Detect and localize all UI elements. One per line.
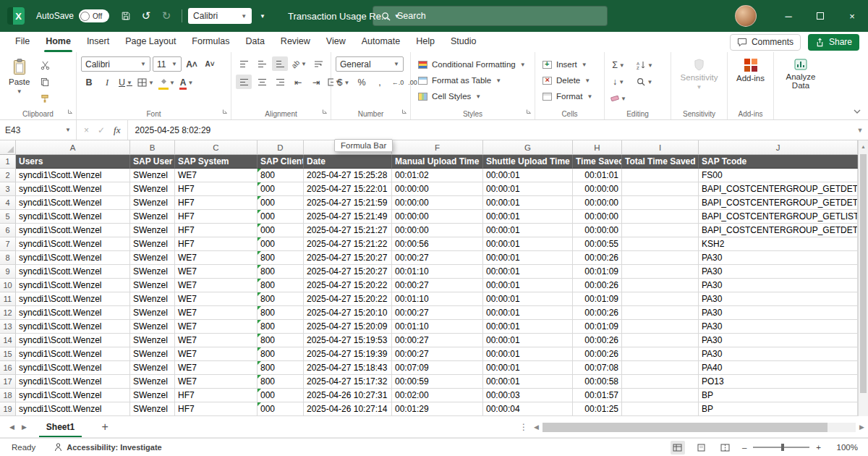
cell-B1[interactable]: SAP User [130,155,175,169]
cell-A3[interactable]: syncdi1\Scott.Wenzel [16,182,130,196]
row-header-14[interactable]: 14 [0,334,16,347]
cell-I19[interactable] [622,402,699,416]
sort-filter-button[interactable]: AZ▼ [635,58,655,72]
cell-A5[interactable]: syncdi1\Scott.Wenzel [16,210,130,224]
formula-input[interactable]: 2025-04-25 8:02:29 [128,120,852,140]
cell-E1[interactable]: Date [304,155,392,169]
cell-C19[interactable]: HF7 [175,402,258,416]
column-header-H[interactable]: H [573,140,622,155]
cell-styles-button[interactable]: Cell Styles ▼ [415,88,530,104]
cell-G13[interactable]: 00:00:01 [483,320,573,334]
cell-G16[interactable]: 00:00:01 [483,361,573,375]
cell-D16[interactable]: 800 [258,361,304,375]
decrease-indent-button[interactable]: ⇤ [290,75,306,89]
row-header-1[interactable]: 1 [0,155,16,169]
cell-I13[interactable] [622,320,699,334]
redo-button[interactable]: ↻ [157,6,176,26]
cell-H18[interactable]: 00:01:57 [573,389,622,402]
cell-C11[interactable]: WE7 [175,292,258,306]
conditional-formatting-button[interactable]: Conditional Formatting ▼ [415,56,530,72]
column-header-C[interactable]: C [175,140,258,155]
cell-J5[interactable]: BAPI_COSTCENTERGROUP_GETLIST [699,210,858,224]
row-header-18[interactable]: 18 [0,389,16,402]
dialog-launcher-icon[interactable] [322,104,328,117]
cell-I2[interactable] [622,169,699,182]
bottom-align-button[interactable] [272,56,288,71]
cell-D11[interactable]: 800 [258,292,304,306]
wrap-text-button[interactable] [310,56,326,71]
undo-button[interactable]: ↺ [137,6,156,26]
cell-B18[interactable]: SWenzel [130,389,175,402]
cell-D15[interactable]: 800 [258,347,304,361]
cell-I15[interactable] [622,347,699,361]
cell-G9[interactable]: 00:00:01 [483,265,573,279]
autosum-button[interactable]: Σ▼ [609,58,628,72]
collapse-ribbon-button[interactable] [854,104,861,117]
cell-E19[interactable]: 2025-04-26 10:27:14 [304,402,392,416]
page-break-view-button[interactable] [718,441,733,455]
format-as-table-button[interactable]: Format as Table ▼ [415,72,530,88]
cell-E6[interactable]: 2025-04-27 15:21:27 [304,224,392,237]
cell-I4[interactable] [622,196,699,210]
cell-H10[interactable]: 00:00:26 [573,279,622,292]
column-header-D[interactable]: D [258,140,304,155]
cell-G14[interactable]: 00:00:01 [483,334,573,347]
cell-F5[interactable]: 00:00:00 [392,210,483,224]
cell-G1[interactable]: Shuttle Upload Time [483,155,573,169]
cell-F17[interactable]: 00:00:59 [392,375,483,389]
format-cells-button[interactable]: Format ▼ [540,88,600,104]
cell-E4[interactable]: 2025-04-27 15:21:59 [304,196,392,210]
cell-E9[interactable]: 2025-04-27 15:20:27 [304,265,392,279]
cell-C8[interactable]: WE7 [175,251,258,265]
tab-automate[interactable]: Automate [354,32,409,52]
row-header-17[interactable]: 17 [0,375,16,389]
cell-B6[interactable]: SWenzel [130,224,175,237]
analyze-data-button[interactable]: Analyze Data [778,56,823,92]
cell-D7[interactable]: 000 [258,237,304,251]
cell-C15[interactable]: WE7 [175,347,258,361]
insert-function-button[interactable]: fx [114,124,120,136]
tab-insert[interactable]: Insert [79,32,117,52]
number-format-select[interactable]: General▼ [336,56,404,72]
cell-F13[interactable]: 00:01:10 [392,320,483,334]
zoom-slider-knob[interactable] [781,444,784,451]
cell-H6[interactable]: 00:00:00 [573,224,622,237]
cell-C3[interactable]: HF7 [175,182,258,196]
increase-font-button[interactable]: A˄ [184,57,200,72]
cell-B19[interactable]: SWenzel [130,402,175,416]
cell-A19[interactable]: syncdi1\Scott.Wenzel [16,402,130,416]
cell-G17[interactable]: 00:00:01 [483,375,573,389]
cell-G8[interactable]: 00:00:01 [483,251,573,265]
cell-G12[interactable]: 00:00:01 [483,306,573,320]
cell-F12[interactable]: 00:00:27 [392,306,483,320]
tab-view[interactable]: View [318,32,354,52]
sheet-tab-sheet1[interactable]: Sheet1 [36,416,85,437]
dialog-launcher-icon[interactable] [222,104,228,117]
cell-C7[interactable]: HF7 [175,237,258,251]
comma-style-button[interactable]: , [372,75,388,90]
cell-I16[interactable] [622,361,699,375]
normal-view-button[interactable] [671,441,685,455]
cell-A14[interactable]: syncdi1\Scott.Wenzel [16,334,130,347]
cell-G15[interactable]: 00:00:01 [483,347,573,361]
row-header-8[interactable]: 8 [0,251,16,265]
paste-button[interactable]: Paste ▼ [4,56,34,97]
sheet-bar-options-icon[interactable]: ⋮ [519,422,528,432]
cell-F1[interactable]: Manual Upload Time [392,155,483,169]
cell-J12[interactable]: PA30 [699,306,858,320]
cell-B3[interactable]: SWenzel [130,182,175,196]
enter-formula-button[interactable]: ✓ [98,125,105,135]
cell-E11[interactable]: 2025-04-27 15:20:22 [304,292,392,306]
column-header-B[interactable]: B [130,140,175,155]
cell-I7[interactable] [622,237,699,251]
addins-button[interactable]: Add-ins [732,56,769,85]
dialog-launcher-icon[interactable] [67,104,73,117]
cell-C1[interactable]: SAP System [175,155,258,169]
cell-E7[interactable]: 2025-04-27 15:21:22 [304,237,392,251]
cell-D12[interactable]: 800 [258,306,304,320]
cell-H2[interactable]: 00:01:01 [573,169,622,182]
close-button[interactable]: × [836,0,868,32]
cell-G2[interactable]: 00:00:01 [483,169,573,182]
cell-A4[interactable]: syncdi1\Scott.Wenzel [16,196,130,210]
restore-button[interactable] [804,0,836,32]
